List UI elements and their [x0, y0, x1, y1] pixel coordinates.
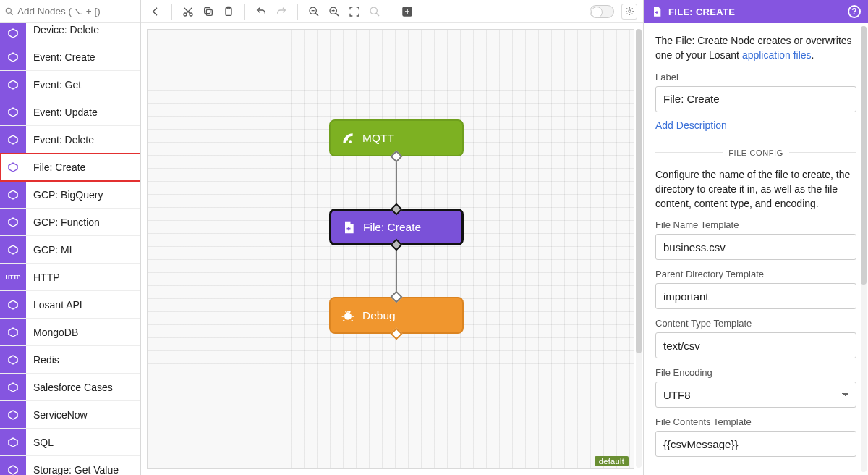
- parent-dir-input[interactable]: [655, 283, 856, 309]
- port-out[interactable]: [391, 328, 403, 340]
- palette-item-icon: [0, 456, 26, 475]
- palette-item-label: Salesforce Cases: [26, 382, 113, 393]
- palette-item[interactable]: GCP: ML: [0, 236, 140, 264]
- palette-item[interactable]: ServiceNow: [0, 401, 140, 429]
- palette-item-icon: [0, 154, 26, 180]
- palette-item-icon: [0, 401, 26, 428]
- file-config-description: Configure the name of the file to create…: [655, 167, 856, 211]
- palette-item[interactable]: Redis: [0, 346, 140, 374]
- palette-item[interactable]: SQL: [0, 429, 140, 456]
- file-name-label: File Name Template: [655, 219, 856, 230]
- palette-item-label: Storage: Get Value: [26, 464, 119, 476]
- palette-item[interactable]: Event: Create: [0, 43, 140, 71]
- add-description-link[interactable]: Add Description: [655, 119, 727, 131]
- application-files-link[interactable]: application files: [742, 49, 812, 61]
- palette-item-label: File: Create: [26, 161, 85, 173]
- palette-item[interactable]: Storage: Get Value: [0, 456, 140, 475]
- palette-item-label: Event: Get: [26, 79, 81, 91]
- port-in[interactable]: [391, 203, 403, 216]
- label-input[interactable]: [655, 86, 856, 112]
- palette-item-icon: [0, 126, 26, 153]
- svg-line-14: [336, 13, 339, 16]
- canvas-column: MQTT File: Create Debug default: [141, 0, 643, 475]
- svg-point-17: [370, 7, 377, 14]
- file-contents-input[interactable]: [655, 431, 856, 457]
- copy-button[interactable]: [200, 3, 217, 20]
- panel-scrollbar[interactable]: [861, 26, 867, 472]
- add-note-button[interactable]: [399, 3, 416, 20]
- zoom-fit-button[interactable]: [346, 3, 363, 20]
- canvas[interactable]: MQTT File: Create Debug default: [141, 23, 643, 475]
- svg-rect-7: [205, 7, 210, 13]
- canvas-settings-button[interactable]: [621, 4, 637, 20]
- file-create-icon: [651, 6, 663, 17]
- canvas-scrollbar[interactable]: [636, 29, 642, 468]
- palette-item[interactable]: Event: Update: [0, 98, 140, 126]
- panel-title: FILE: CREATE: [668, 7, 735, 17]
- svg-line-1: [11, 12, 13, 14]
- palette-item-label: Redis: [26, 354, 59, 366]
- palette-search-input[interactable]: [17, 6, 140, 17]
- version-badge: default: [595, 456, 629, 466]
- panel-description: The File: Create Node creates or overwri…: [655, 33, 856, 63]
- palette-item[interactable]: Event: Delete: [0, 126, 140, 154]
- file-encoding-label: File Encoding: [655, 367, 856, 378]
- flow-node-file-create[interactable]: File: Create: [329, 209, 464, 245]
- cut-button[interactable]: [179, 3, 197, 20]
- palette-item-icon: [0, 98, 26, 125]
- palette-item-icon: HTTP: [0, 264, 26, 290]
- properties-panel: FILE: CREATE ? The File: Create Node cre…: [643, 0, 868, 475]
- redo-button[interactable]: [273, 3, 290, 20]
- wire-mqtt-to-file[interactable]: [396, 158, 397, 209]
- palette-node-list: Device: DeleteEvent: CreateEvent: GetEve…: [0, 23, 140, 475]
- paste-button[interactable]: [220, 3, 237, 20]
- palette-item-icon: [0, 346, 26, 373]
- label-field-label: Label: [655, 72, 856, 83]
- node-palette: Device: DeleteEvent: CreateEvent: GetEve…: [0, 0, 141, 475]
- palette-item-label: GCP: Function: [26, 217, 100, 228]
- flow-node-debug[interactable]: Debug: [329, 297, 464, 334]
- palette-item-label: MongoDB: [26, 327, 78, 338]
- content-type-input[interactable]: [655, 332, 856, 358]
- port-out[interactable]: [391, 151, 403, 163]
- zoom-reset-button[interactable]: [366, 3, 383, 20]
- palette-item-icon: [0, 23, 26, 43]
- zoom-in-button[interactable]: [326, 3, 343, 20]
- port-out[interactable]: [391, 239, 403, 251]
- palette-item-icon: [0, 429, 26, 455]
- palette-item[interactable]: Device: Delete: [0, 23, 140, 43]
- flow-node-label: File: Create: [363, 221, 421, 234]
- flow-node-label: Debug: [362, 309, 396, 322]
- palette-item[interactable]: MongoDB: [0, 319, 140, 346]
- file-config-divider: FILE CONFIG: [655, 148, 856, 157]
- help-button[interactable]: ?: [848, 5, 861, 18]
- palette-item[interactable]: Losant API: [0, 291, 140, 319]
- palette-item[interactable]: Salesforce Cases: [0, 374, 140, 401]
- undo-button[interactable]: [252, 3, 270, 20]
- palette-item[interactable]: GCP: BigQuery: [0, 181, 140, 209]
- file-name-input[interactable]: [655, 234, 856, 260]
- palette-item-label: SQL: [26, 437, 54, 448]
- file-create-icon: [341, 220, 356, 235]
- back-button[interactable]: [147, 3, 164, 20]
- palette-item-icon: [0, 236, 26, 263]
- palette-item[interactable]: File: Create: [0, 154, 140, 181]
- palette-item[interactable]: HTTPHTTP: [0, 264, 140, 291]
- wire-file-to-debug[interactable]: [396, 246, 397, 297]
- palette-item-label: GCP: BigQuery: [26, 189, 103, 201]
- svg-point-0: [6, 8, 11, 13]
- palette-item-label: Event: Update: [26, 106, 98, 118]
- palette-item-icon: [0, 291, 26, 318]
- palette-item[interactable]: Event: Get: [0, 71, 140, 98]
- palette-item-icon: [0, 71, 26, 98]
- parent-dir-label: Parent Directory Template: [655, 269, 856, 279]
- palette-item[interactable]: GCP: Function: [0, 209, 140, 236]
- flow-node-mqtt[interactable]: MQTT: [329, 119, 464, 156]
- panel-header: FILE: CREATE ?: [644, 0, 868, 23]
- bug-icon: [341, 308, 355, 323]
- file-encoding-select[interactable]: UTF8: [655, 382, 856, 408]
- port-in[interactable]: [391, 291, 403, 303]
- zoom-out-button[interactable]: [305, 3, 323, 20]
- palette-item-icon: [0, 209, 26, 235]
- grid-snap-toggle[interactable]: [590, 5, 614, 18]
